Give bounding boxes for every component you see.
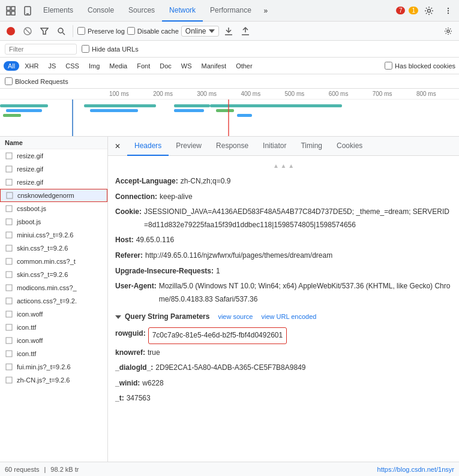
type-manifest-button[interactable]: Manifest — [197, 61, 231, 71]
hide-data-urls-checkbox[interactable] — [82, 45, 89, 53]
throttle-select[interactable]: Online — [181, 26, 219, 37]
param-dialogid: _dialogId_: 2D9E2CA1-5A80-4ADB-A365-CE5F… — [115, 360, 452, 376]
inspect-icon[interactable] — [2, 2, 19, 19]
tick-600: 600 ms — [328, 91, 371, 97]
list-item[interactable]: cssboot.js — [0, 202, 107, 215]
svg-marker-12 — [41, 28, 48, 34]
tab-network[interactable]: Network — [162, 0, 203, 22]
list-item[interactable]: zh-CN.js?_t=9.2.6 — [0, 373, 107, 387]
type-img-button[interactable]: Img — [85, 61, 104, 71]
preserve-log-checkbox[interactable] — [77, 27, 85, 35]
view-url-encoded-link[interactable]: view URL encoded — [261, 311, 316, 323]
more-options-icon[interactable] — [440, 2, 457, 19]
export-button[interactable] — [238, 24, 253, 38]
svg-rect-20 — [6, 153, 12, 159]
record-button[interactable] — [4, 24, 18, 38]
header-upgrade: Upgrade-Insecure-Requests: 1 — [115, 264, 452, 279]
filter-button[interactable] — [37, 24, 52, 38]
settings-icon[interactable] — [421, 2, 437, 19]
transfer-size: 98.2 kB tr — [50, 466, 79, 473]
type-all-button[interactable]: All — [4, 61, 19, 71]
svg-rect-27 — [6, 245, 12, 251]
list-item[interactable]: resize.gif — [0, 176, 107, 189]
list-item[interactable]: icon.woff — [0, 334, 107, 347]
search-button[interactable] — [54, 24, 68, 38]
svg-point-13 — [58, 28, 63, 33]
import-button[interactable] — [221, 24, 236, 38]
list-item[interactable]: skin.css?_t=9.2.6 — [0, 242, 107, 255]
svg-rect-33 — [6, 324, 12, 330]
list-item-selected[interactable]: cnsknowledgenorm — [0, 189, 107, 202]
file-icon — [5, 244, 13, 252]
tab-console[interactable]: Console — [80, 0, 121, 22]
tab-performance[interactable]: Performance — [203, 0, 259, 22]
detail-tab-preview[interactable]: Preview — [169, 137, 209, 156]
type-ws-button[interactable]: WS — [177, 61, 196, 71]
list-item[interactable]: icon.ttf — [0, 321, 107, 334]
status-divider: | — [44, 466, 46, 473]
close-detail-button[interactable]: ✕ — [110, 139, 125, 153]
device-icon[interactable] — [19, 2, 36, 19]
more-tabs-button[interactable]: » — [259, 7, 273, 15]
svg-rect-21 — [6, 166, 12, 172]
type-xhr-button[interactable]: XHR — [20, 61, 43, 71]
tick-400: 400 ms — [239, 91, 283, 97]
type-js-button[interactable]: JS — [44, 61, 60, 71]
has-blocked-checkbox[interactable] — [385, 62, 392, 70]
svg-rect-29 — [6, 272, 12, 278]
list-item[interactable]: fui.min.js?_t=9.2.6 — [0, 360, 107, 373]
list-item[interactable]: resize.gif — [0, 149, 107, 162]
list-item[interactable]: common.min.css?_t — [0, 255, 107, 268]
svg-point-7 — [448, 7, 449, 8]
request-count: 60 requests — [5, 466, 39, 473]
svg-rect-25 — [6, 219, 12, 225]
settings-button[interactable] — [441, 24, 455, 38]
detail-tab-initiator[interactable]: Initiator — [256, 137, 293, 156]
tab-elements[interactable]: Elements — [36, 0, 80, 22]
list-item[interactable]: miniui.css?_t=9.2.6 — [0, 228, 107, 242]
scroll-top-indicator: ▲ ▲ ▲ — [115, 161, 452, 171]
view-source-link[interactable]: view source — [218, 311, 253, 323]
svg-point-6 — [428, 9, 431, 12]
type-media-button[interactable]: Media — [105, 61, 131, 71]
top-right-icons: 7 1 — [394, 2, 457, 19]
svg-point-9 — [448, 12, 449, 13]
detail-content: ▲ ▲ ▲ Accept-Language: zh-CN,zh;q=0.9 Co… — [108, 156, 459, 462]
filter-input[interactable] — [5, 44, 77, 55]
detail-tab-response[interactable]: Response — [209, 137, 256, 156]
svg-rect-23 — [7, 192, 13, 198]
blocked-requests-checkbox[interactable] — [5, 77, 13, 85]
stop-button[interactable] — [20, 24, 35, 38]
detail-tab-timing[interactable]: Timing — [293, 137, 329, 156]
list-item[interactable]: modicons.min.css?_ — [0, 281, 107, 294]
detail-tab-cookies[interactable]: Cookies — [329, 137, 370, 156]
list-item[interactable]: acticons.css?_t=9.2. — [0, 294, 107, 308]
type-font-button[interactable]: Font — [133, 61, 154, 71]
svg-rect-34 — [6, 338, 12, 344]
list-item[interactable]: icon.woff — [0, 308, 107, 321]
list-item[interactable]: icon.ttf — [0, 347, 107, 360]
type-other-button[interactable]: Other — [232, 61, 257, 71]
list-item[interactable]: skin.css?_t=9.2.6 — [0, 268, 107, 281]
hide-data-urls-label[interactable]: Hide data URLs — [82, 45, 139, 53]
list-item[interactable]: jsboot.js — [0, 215, 107, 228]
timeline-chart — [0, 100, 459, 137]
blocked-requests-label[interactable]: Blocked Requests — [5, 77, 68, 85]
disable-cache-label[interactable]: Disable cache — [127, 27, 179, 35]
tick-800: 800 ms — [415, 91, 459, 97]
header-user-agent: User-Agent: Mozilla/5.0 (Windows NT 10.0… — [115, 279, 452, 307]
file-icon — [5, 376, 13, 384]
tab-sources[interactable]: Sources — [121, 0, 162, 22]
tick-700: 700 ms — [371, 91, 415, 97]
type-doc-button[interactable]: Doc — [155, 61, 176, 71]
list-item[interactable]: resize.gif — [0, 162, 107, 176]
detail-tab-headers[interactable]: Headers — [127, 137, 169, 156]
preserve-log-label[interactable]: Preserve log — [77, 27, 125, 35]
disable-cache-checkbox[interactable] — [127, 27, 135, 35]
type-css-button[interactable]: CSS — [61, 61, 83, 71]
header-host: Host: 49.65.0.116 — [115, 233, 452, 248]
svg-rect-35 — [6, 351, 12, 357]
header-cookie: Cookie: JSESSIONID_JAVA=A4136AED583F48A5… — [115, 204, 452, 233]
param-knowref: knowref: true — [115, 345, 452, 361]
network-toolbar: Preserve log Disable cache Online — [0, 22, 459, 41]
